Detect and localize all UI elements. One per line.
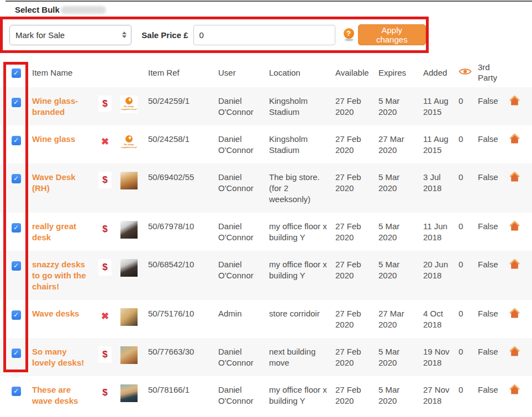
table-row: ✓ snazzy desks to go with the chairs! $ …	[0, 251, 532, 300]
table-header-row: ✓ Item Name Item Ref User Location Avail…	[0, 57, 532, 87]
home-icon[interactable]	[508, 87, 532, 125]
sale-status-icon: $	[98, 346, 112, 363]
item-available: 27 Feb 2020	[335, 376, 378, 414]
row-checkbox[interactable]: ✓	[12, 387, 21, 396]
item-location: The big store. (for 2 weeksonly)	[269, 163, 335, 213]
header-added: Added	[423, 57, 459, 87]
row-checkbox[interactable]: ✓	[12, 136, 21, 145]
thumbnail-cell	[120, 213, 148, 251]
table-row: ✓ Wave desks ✖ 50/75176/10 Admin store c…	[0, 300, 532, 338]
item-ref: 50/69402/55	[148, 163, 218, 213]
item-third-party: False	[478, 338, 508, 376]
row-checkbox[interactable]: ✓	[12, 223, 21, 233]
item-name-link[interactable]: Wine glass	[32, 125, 98, 163]
item-views: 0	[459, 213, 478, 251]
item-user: Daniel O'Connor	[218, 163, 269, 213]
sale-status-icon: $	[98, 384, 112, 401]
item-name-link[interactable]: Wine glass-branded	[32, 87, 98, 125]
row-checkbox[interactable]: ✓	[12, 261, 21, 271]
row-checkbox-cell: ✓	[0, 300, 32, 338]
bulk-action-selected-value: Mark for Sale	[15, 30, 65, 40]
no-image-label: No image supplied sorry!	[120, 105, 138, 110]
sale-status-icon: $	[98, 96, 112, 112]
row-checkbox[interactable]: ✓	[12, 310, 21, 320]
thumbnail-cell	[120, 163, 148, 213]
items-table: ✓ Item Name Item Ref User Location Avail…	[0, 57, 532, 414]
item-expires: 5 Mar 2020	[378, 213, 423, 251]
home-icon-glyph	[508, 94, 521, 106]
item-available: 27 Feb 2020	[335, 300, 378, 338]
sale-status-cell: $	[98, 163, 120, 213]
sale-status-icon: $	[98, 221, 112, 237]
item-name-link[interactable]: Wave desks	[32, 300, 98, 338]
item-expires: 5 Mar 2020	[378, 376, 423, 414]
item-user: Admin	[218, 300, 269, 338]
item-location: Kingsholm Stadium	[269, 125, 335, 163]
item-location: Kingsholm Stadium	[269, 87, 335, 125]
thumbnail-cell: No image supplied sorry!	[120, 125, 148, 163]
item-user: Daniel O'Connor	[218, 125, 269, 163]
item-user: Daniel O'Connor	[218, 87, 269, 125]
item-thumbnail	[120, 172, 138, 189]
home-icon[interactable]	[508, 213, 532, 251]
item-expires: 5 Mar 2020	[378, 251, 423, 300]
row-checkbox[interactable]: ✓	[12, 174, 21, 183]
sale-status-icon: $	[98, 172, 112, 188]
thumbnail-cell	[120, 338, 148, 376]
item-name-link[interactable]: Wave Desk (RH)	[32, 163, 98, 213]
item-added: 11 Aug 2015	[423, 87, 459, 125]
home-icon-glyph	[508, 258, 521, 270]
header-home	[508, 57, 532, 87]
item-added: 3 Jul 2018	[423, 163, 459, 213]
row-checkbox[interactable]: ✓	[12, 349, 21, 358]
item-available: 27 Feb 2020	[335, 87, 378, 125]
row-checkbox[interactable]: ✓	[12, 98, 21, 107]
item-name-link[interactable]: These are wave desks	[32, 376, 98, 414]
no-image-logo-icon	[125, 97, 133, 104]
item-views: 0	[459, 251, 478, 300]
item-location: my office floor x building Y	[269, 213, 335, 251]
item-available: 27 Feb 2020	[335, 213, 378, 251]
item-name-link[interactable]: So many lovely desks!	[32, 338, 98, 376]
home-icon[interactable]	[508, 338, 532, 376]
header-expires: Expires	[378, 57, 423, 87]
row-checkbox-cell: ✓	[0, 251, 32, 300]
home-icon[interactable]	[508, 251, 532, 300]
item-added: 20 Jun 2018	[423, 251, 459, 300]
item-expires: 5 Mar 2020	[378, 87, 423, 125]
item-user: Daniel O'Connor	[218, 251, 269, 300]
sale-price-label: Sale Price £	[141, 30, 188, 40]
sale-status-cell: ✖	[98, 300, 120, 338]
item-name-link[interactable]: really great desk	[32, 213, 98, 251]
home-icon[interactable]	[508, 163, 532, 213]
thumbnail-cell: No image supplied sorry!	[120, 87, 148, 125]
sale-status-cell: $	[98, 338, 120, 376]
item-views: 0	[459, 87, 478, 125]
header-views	[459, 57, 478, 87]
sale-status-icon: ✖	[98, 308, 112, 325]
sale-price-input[interactable]	[193, 25, 335, 45]
no-image-logo-icon	[125, 135, 133, 142]
header-thumbnail	[120, 57, 148, 87]
item-name-link[interactable]: snazzy desks to go with the chairs!	[32, 251, 98, 300]
item-third-party: False	[478, 300, 508, 338]
bulk-action-select[interactable]: Mark for Sale	[9, 25, 131, 45]
item-ref: 50/68542/10	[148, 251, 218, 300]
select-all-checkbox-cell: ✓	[0, 57, 32, 87]
select-all-checkbox[interactable]: ✓	[12, 68, 21, 78]
row-checkbox-cell: ✓	[0, 338, 32, 376]
sale-status-icon: $	[98, 259, 112, 276]
apply-changes-button[interactable]: Apply changes	[358, 24, 426, 45]
home-icon[interactable]	[508, 125, 532, 163]
home-icon[interactable]	[508, 300, 532, 338]
select-bulk-label: Select Bulk	[15, 5, 60, 14]
item-third-party: False	[478, 163, 508, 213]
item-thumbnail	[120, 384, 138, 402]
help-icon[interactable]: ?	[344, 28, 354, 41]
bulk-action-bar: Mark for Sale Sale Price £ ? Apply chang…	[0, 17, 429, 53]
header-available: Available	[335, 57, 378, 87]
item-added: 11 Aug 2015	[423, 125, 459, 163]
thumbnail-cell	[120, 376, 148, 414]
item-available: 27 Feb 2020	[335, 338, 378, 376]
home-icon[interactable]	[508, 376, 532, 414]
